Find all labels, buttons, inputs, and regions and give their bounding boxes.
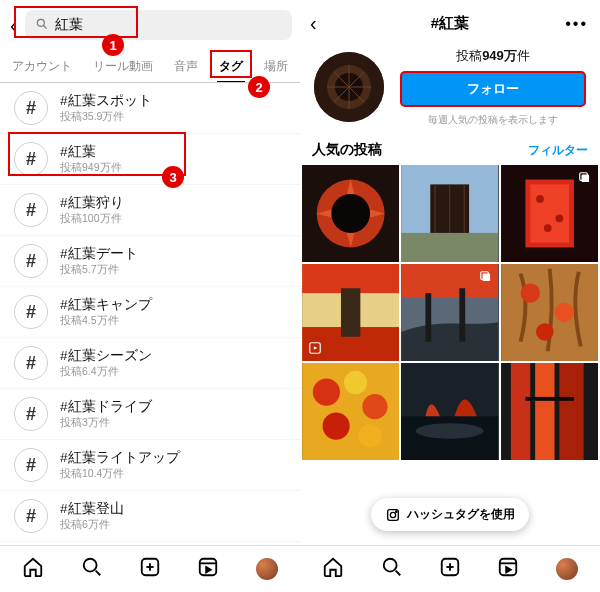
- hashtag-result-row[interactable]: ##紅葉シーズン投稿6.4万件: [0, 338, 300, 389]
- hashtag-result-row[interactable]: ##紅葉ドライブ投稿3万件: [0, 389, 300, 440]
- svg-point-47: [536, 323, 553, 340]
- post-thumbnail[interactable]: [302, 264, 399, 361]
- back-chevron-icon[interactable]: ‹: [310, 12, 317, 35]
- result-title: #紅葉シーズン: [60, 347, 152, 365]
- post-thumbnail[interactable]: [302, 165, 399, 262]
- reels-icon[interactable]: [497, 556, 519, 582]
- back-chevron-icon[interactable]: ‹: [8, 14, 19, 37]
- post-thumbnail[interactable]: [401, 165, 498, 262]
- home-icon[interactable]: [322, 556, 344, 582]
- tab-reels[interactable]: リール動画: [91, 54, 155, 82]
- hashtag-result-row[interactable]: ##紅葉登山投稿6万件: [0, 491, 300, 542]
- hashtag-result-row[interactable]: ##紅葉デート投稿5.7万件: [0, 236, 300, 287]
- svg-rect-27: [530, 184, 569, 242]
- post-thumbnail[interactable]: [302, 363, 399, 460]
- svg-rect-58: [511, 363, 530, 460]
- hash-icon: #: [14, 397, 48, 431]
- hash-icon: #: [14, 193, 48, 227]
- search-icon: [35, 17, 49, 34]
- svg-point-28: [536, 195, 544, 203]
- svg-point-63: [390, 512, 395, 517]
- svg-line-3: [95, 571, 100, 576]
- svg-rect-40: [426, 293, 432, 342]
- more-icon[interactable]: •••: [565, 15, 588, 33]
- use-hashtag-button[interactable]: ハッシュタグを使用: [371, 498, 529, 531]
- svg-point-56: [416, 423, 484, 439]
- profile-avatar[interactable]: [556, 558, 578, 580]
- hash-icon: #: [14, 499, 48, 533]
- hash-icon: #: [14, 142, 48, 176]
- hash-icon: #: [14, 448, 48, 482]
- result-meta: 投稿10.4万件: [60, 467, 180, 481]
- tab-accounts[interactable]: アカウント: [10, 54, 74, 82]
- post-thumbnail[interactable]: [401, 363, 498, 460]
- post-grid: ハッシュタグを使用: [300, 165, 600, 545]
- create-icon[interactable]: [139, 556, 161, 582]
- home-icon[interactable]: [22, 556, 44, 582]
- result-title: #紅葉ライトアップ: [60, 449, 180, 467]
- hash-icon: #: [14, 346, 48, 380]
- svg-point-29: [555, 214, 563, 222]
- svg-point-30: [544, 224, 552, 232]
- search-nav-icon[interactable]: [381, 556, 403, 582]
- result-meta: 投稿3万件: [60, 416, 152, 430]
- hash-icon: #: [14, 295, 48, 329]
- svg-rect-41: [460, 288, 466, 341]
- follow-button[interactable]: フォロー: [400, 71, 586, 107]
- result-title: #紅葉スポット: [60, 92, 152, 110]
- svg-rect-70: [500, 559, 517, 576]
- svg-point-65: [383, 559, 396, 572]
- svg-point-0: [37, 19, 44, 26]
- hashtag-result-list: ##紅葉スポット投稿35.9万件##紅葉投稿949万件##紅葉狩り投稿100万件…: [0, 83, 300, 545]
- bottom-nav: [300, 545, 600, 592]
- svg-rect-7: [200, 559, 217, 576]
- svg-point-51: [362, 394, 387, 419]
- hashtag-screen: ‹ #紅葉 ••• 投稿949万件 フォロー 毎週人気の投稿を表示します 人気の…: [300, 0, 600, 592]
- svg-point-18: [331, 194, 370, 233]
- post-thumbnail[interactable]: [501, 264, 598, 361]
- filter-button[interactable]: フィルター: [528, 142, 588, 159]
- callout-badge-1: 1: [102, 34, 124, 56]
- create-icon[interactable]: [439, 556, 461, 582]
- profile-avatar[interactable]: [256, 558, 278, 580]
- search-nav-icon[interactable]: [81, 556, 103, 582]
- search-input[interactable]: 紅葉: [25, 10, 292, 40]
- hashtag-result-row[interactable]: ##紅葉狩り投稿100万件: [0, 185, 300, 236]
- result-meta: 投稿35.9万件: [60, 110, 152, 124]
- result-meta: 投稿5.7万件: [60, 263, 138, 277]
- tab-tags[interactable]: タグ: [217, 54, 245, 82]
- svg-rect-31: [582, 175, 590, 183]
- reels-icon[interactable]: [197, 556, 219, 582]
- svg-point-45: [520, 283, 539, 302]
- reel-icon: [308, 341, 322, 355]
- follow-note: 毎週人気の投稿を表示します: [428, 113, 558, 127]
- hashtag-result-row[interactable]: ##紅葉キャンプ投稿4.5万件: [0, 287, 300, 338]
- result-title: #紅葉ドライブ: [60, 398, 152, 416]
- bottom-nav: [0, 545, 300, 592]
- post-thumbnail[interactable]: [501, 363, 598, 460]
- svg-line-1: [43, 25, 46, 28]
- result-meta: 投稿4.5万件: [60, 314, 152, 328]
- svg-point-50: [344, 371, 367, 394]
- result-meta: 投稿6万件: [60, 518, 124, 532]
- svg-line-66: [395, 571, 400, 576]
- callout-badge-2: 2: [248, 76, 270, 98]
- hashtag-avatar: [314, 52, 384, 122]
- svg-rect-61: [525, 397, 574, 401]
- svg-rect-59: [535, 363, 554, 460]
- svg-point-2: [83, 559, 96, 572]
- result-meta: 投稿6.4万件: [60, 365, 152, 379]
- result-meta: 投稿949万件: [60, 161, 122, 175]
- svg-rect-36: [341, 288, 360, 337]
- svg-rect-60: [559, 363, 583, 460]
- result-title: #紅葉: [60, 143, 122, 161]
- hashtag-result-row[interactable]: ##紅葉投稿949万件: [0, 134, 300, 185]
- hashtag-result-row[interactable]: ##紅葉ライトアップ投稿10.4万件: [0, 440, 300, 491]
- tab-audio[interactable]: 音声: [172, 54, 200, 82]
- post-thumbnail[interactable]: [501, 165, 598, 262]
- svg-rect-42: [482, 274, 490, 282]
- result-title: #紅葉狩り: [60, 194, 124, 212]
- post-thumbnail[interactable]: [401, 264, 498, 361]
- callout-badge-3: 3: [162, 166, 184, 188]
- hash-icon: #: [14, 91, 48, 125]
